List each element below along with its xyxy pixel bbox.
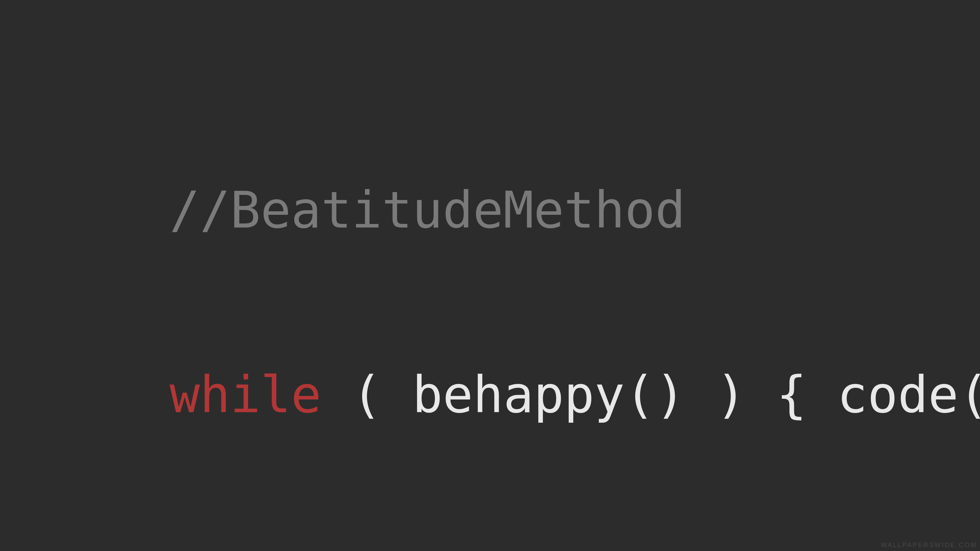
code-statement-line: while ( behappy() ) { code(); } [169,364,980,426]
watermark-text: WALLPAPERSWIDE.COM [881,541,977,549]
while-keyword: while [169,365,321,424]
code-body: ( behappy() ) { code(); } [321,365,980,424]
code-comment-line: //BeatitudeMethod [169,179,980,241]
code-wallpaper-block: //BeatitudeMethod while ( behappy() ) { … [169,56,980,487]
